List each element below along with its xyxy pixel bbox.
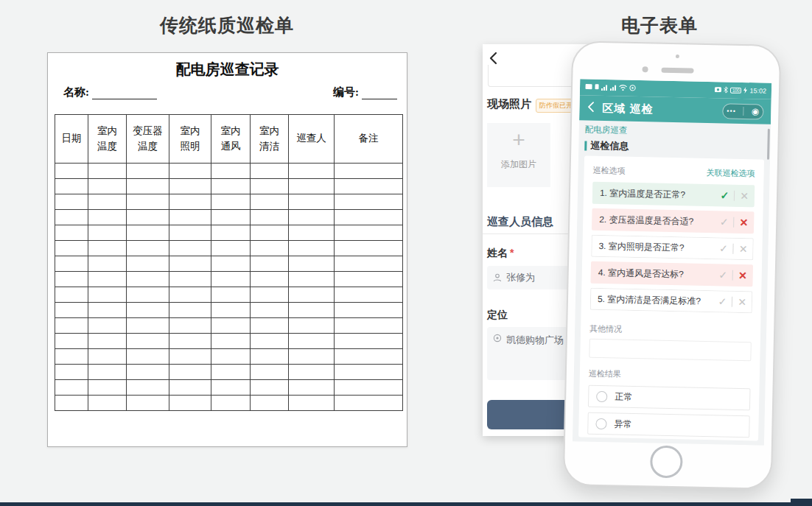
table-cell [335,164,403,179]
table-cell [55,318,88,334]
table-cell [55,164,88,179]
table-cell [289,349,335,365]
option-text: 3. 室内照明是否正常? [598,239,719,254]
table-cell [127,225,169,241]
table-cell [335,334,403,349]
table-cell [289,396,335,411]
inspector-section-header: 巡查人员信息 [487,215,553,229]
phone-screen: 100 15:02 区域 巡检 ••• ◉ 配电房巡查 [573,79,771,445]
option-text: 5. 室内清洁是否满足标准? [598,292,718,307]
required-asterisk: * [510,247,514,259]
table-row [55,164,403,179]
option-divider [733,244,734,254]
table-cell [55,210,88,225]
table-cell [169,241,211,256]
charging-bolt-icon [743,86,747,94]
table-header-row: 日期 室内 温度 变压器 温度 室内 照明 室内 通风 室内 清洁 巡查人 备注 [55,115,403,164]
table-cell [169,303,211,318]
phone-mockup: 100 15:02 区域 巡检 ••• ◉ 配电房巡查 [563,41,782,490]
table-cell [211,210,251,225]
result-option-abnormal[interactable]: 异常 [587,412,750,438]
cross-icon[interactable]: ✕ [738,270,747,281]
add-image-button[interactable]: + 添加图片 [487,123,550,187]
table-cell [88,164,127,179]
cross-icon[interactable]: ✕ [740,191,749,201]
nav-back-chevron-icon[interactable] [587,101,595,115]
check-icon[interactable]: ✓ [720,217,729,227]
right-panel-title: 电子表单 [549,13,770,38]
table-cell [251,318,289,334]
home-button[interactable] [650,445,683,478]
table-cell [88,380,127,396]
table-cell [88,334,127,349]
card-header: 巡检选项 关联巡检选项 [593,165,755,180]
camera-icon [715,86,721,94]
table-cell [88,256,127,272]
option-divider [732,297,732,307]
clock-time: 15:02 [749,87,766,94]
table-cell [251,210,289,225]
option-item-4: 4. 室内通风是否达标? ✓ ✕ [590,261,753,287]
section-header: 巡检信息 [584,138,629,152]
table-cell [55,303,88,318]
table-row [55,365,403,380]
col-header-cleanliness: 室内 清洁 [251,115,289,164]
status-left-icons [585,83,636,92]
cross-icon[interactable]: ✕ [739,217,748,228]
other-situations-input[interactable] [589,339,751,362]
cross-icon[interactable]: ✕ [739,244,748,254]
table-cell [88,349,127,365]
radio-icon[interactable] [596,390,607,401]
table-cell [127,210,169,225]
breadcrumb-link[interactable]: 配电房巡查 [585,124,628,136]
option-item-5: 5. 室内清洁是否满足标准? ✓ ✕ [590,288,753,314]
table-cell [88,210,127,225]
option-divider [733,217,734,228]
table-cell [211,225,251,241]
table-cell [335,318,403,334]
result-option-normal[interactable]: 正常 [588,385,751,411]
cross-icon[interactable]: ✕ [738,297,746,307]
table-cell [251,380,289,396]
table-cell [169,164,211,179]
radio-label: 正常 [615,390,632,403]
table-row [55,380,403,396]
radio-label: 异常 [614,418,631,430]
photo-section-label: 现场照片 [487,97,531,111]
table-cell [289,164,335,179]
table-row [55,179,403,194]
check-icon[interactable]: ✓ [718,270,727,280]
table-cell [289,241,335,256]
table-cell [88,241,127,256]
table-cell [335,210,403,225]
table-cell [289,380,335,396]
table-cell [335,179,403,194]
data-saver-icon [629,84,636,92]
table-cell [169,349,211,365]
wifi-icon [619,84,627,92]
table-cell [251,272,289,287]
table-row [55,318,403,334]
close-target-button[interactable]: ◉ [752,107,760,116]
radio-icon[interactable] [595,418,606,429]
table-cell [169,256,211,272]
speaker-bar [661,68,693,74]
number-blank-line [362,88,397,99]
check-icon[interactable]: ✓ [718,296,727,306]
table-cell [169,287,211,303]
location-label: 定位 [487,309,508,322]
table-cell [335,287,403,303]
table-row [55,272,403,287]
table-cell [88,396,127,411]
slide-canvas: 传统纸质巡检单 配电房巡查记录 名称: 编号: 日期 室内 温度 变压器 温度 … [0,0,812,506]
table-row [55,210,403,225]
paper-form-fields: 名称: 编号: [63,85,397,99]
table-cell [251,303,289,318]
check-icon[interactable]: ✓ [720,190,729,200]
more-menu-button[interactable]: ••• [727,108,736,114]
table-cell [251,365,289,380]
check-icon[interactable]: ✓ [719,243,728,253]
table-row [55,225,403,241]
table-cell [289,334,335,349]
link-related-options[interactable]: 关联巡检选项 [706,167,755,179]
